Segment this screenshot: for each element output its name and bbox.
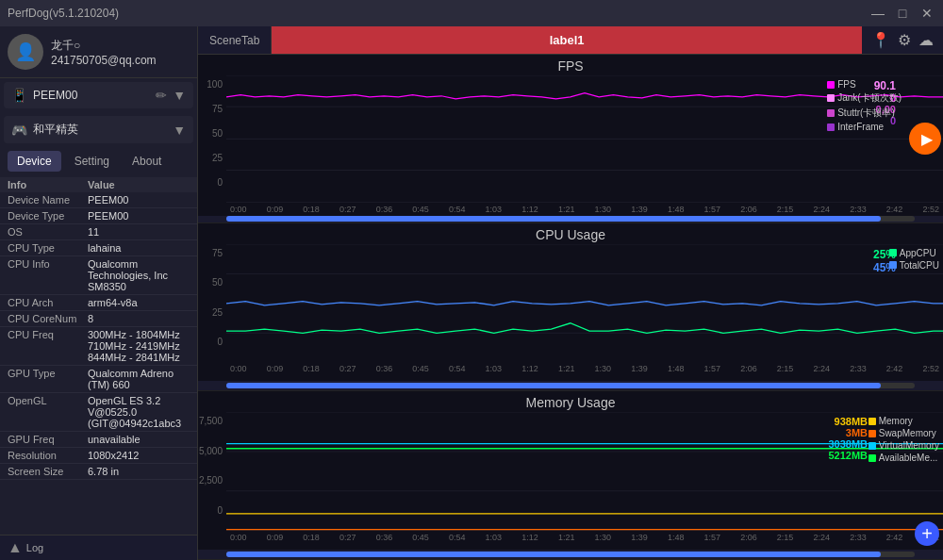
- add-chart-button[interactable]: +: [915, 521, 939, 546]
- main-layout: 👤 龙千○ 241750705@qq.com 📱 PEEM00 ✏ ▼ 🎮 和平…: [0, 26, 943, 560]
- info-row: Device NamePEEM00: [0, 192, 197, 208]
- titlebar-controls: — □ ✕: [869, 5, 935, 22]
- fps-canvas: ▶ 90.1 0 0,00 0 FP: [226, 75, 943, 203]
- profile-name: 龙千○: [51, 38, 157, 54]
- cpu-legend-total-dot: [889, 261, 897, 269]
- mem-val2: 3MB: [846, 427, 868, 438]
- mem-legend-memory: Memory: [869, 416, 939, 426]
- profile-section: 👤 龙千○ 241750705@qq.com: [0, 26, 197, 78]
- memory-canvas: 938MB 3MB 3038MB 5212MB Memory: [226, 412, 943, 531]
- play-icon: ▶: [921, 130, 933, 148]
- maximize-button[interactable]: □: [894, 5, 911, 22]
- play-button[interactable]: ▶: [909, 123, 941, 155]
- mem-val4: 5212MB: [828, 450, 868, 461]
- fps-x-labels: 0:000:090:180:270:360:450:541:031:121:21…: [226, 203, 943, 216]
- profile-info: 龙千○ 241750705@qq.com: [51, 38, 157, 67]
- avatar: 👤: [8, 34, 43, 70]
- info-row: Device TypePEEM00: [0, 208, 197, 224]
- memory-scrollbar-thumb[interactable]: [226, 552, 881, 557]
- game-label: 和平精英: [33, 122, 167, 138]
- fps-legend-jank-dot: [827, 94, 835, 102]
- game-selector[interactable]: 🎮 和平精英 ▼: [4, 116, 193, 143]
- memory-chart-title: Memory Usage: [198, 391, 943, 412]
- cpu-scrollbar-track: [226, 383, 915, 388]
- mem-legend-available: AvailableMe...: [869, 453, 939, 463]
- info-rows: Device NamePEEM00Device TypePEEM00OS11CP…: [0, 192, 197, 480]
- fps-chart-section: FPS 100 75 50 25 0: [198, 55, 943, 223]
- info-row: Screen Size6.78 in: [0, 464, 197, 480]
- memory-scrollbar[interactable]: [198, 550, 943, 559]
- cpu-svg: [226, 244, 943, 363]
- location-icon[interactable]: 📍: [871, 31, 890, 49]
- info-row: GPU Frequnavailable: [0, 432, 197, 448]
- info-row: Resolution1080x2412: [0, 448, 197, 464]
- memory-current-values: 938MB 3MB 3038MB 5212MB: [828, 416, 868, 461]
- sidebar-tabs: Device Setting About: [0, 147, 197, 175]
- device-edit-icon[interactable]: ✏: [156, 88, 167, 103]
- cpu-canvas: 25% 45% AppCPU TotalCPU: [226, 244, 943, 363]
- mem-legend-swap: SwapMemory: [869, 428, 939, 438]
- tab-about[interactable]: About: [123, 151, 171, 172]
- cpu-x-labels: 0:000:090:180:270:360:450:541:031:121:21…: [226, 362, 943, 375]
- info-row: OpenGLOpenGL ES 3.2 V@0525.0 (GIT@04942c…: [0, 393, 197, 432]
- fps-scrollbar[interactable]: [198, 216, 943, 222]
- game-icon: 🎮: [11, 123, 27, 138]
- info-row: CPU Archarm64-v8a: [0, 295, 197, 311]
- titlebar: PerfDog(v5.1.210204) — □ ✕: [0, 0, 943, 26]
- scene-tab-icons: 📍 ⚙ ☁: [862, 26, 943, 54]
- settings-icon[interactable]: ⚙: [898, 31, 911, 49]
- fps-x-axis: 0:000:090:180:270:360:450:541:031:121:21…: [198, 203, 943, 216]
- mem-val3: 3038MB: [828, 438, 868, 450]
- cpu-chart-section: CPU Usage 75 50 25 0: [198, 223, 943, 392]
- cpu-legend-app: AppCPU: [889, 248, 939, 258]
- fps-legend-stutt-dot: [827, 109, 835, 117]
- fps-legend-stutt: Stuttr(卡顿率): [827, 107, 902, 120]
- game-dropdown-icon[interactable]: ▼: [173, 123, 186, 138]
- tab-setting[interactable]: Setting: [65, 151, 119, 172]
- info-row: CPU CoreNum8: [0, 311, 197, 327]
- memory-scrollbar-track: [226, 552, 915, 557]
- info-header: Info Value: [0, 177, 197, 192]
- memory-chart-section: Memory Usage 7,500 5,000 2,500 0: [198, 391, 943, 560]
- info-row: CPU Typelahaina: [0, 240, 197, 256]
- cpu-scrollbar-thumb[interactable]: [226, 383, 881, 388]
- info-col-header: Info: [8, 179, 88, 190]
- mem-legend-available-dot: [869, 454, 876, 462]
- info-row: CPU InfoQualcomm Technologies, Inc SM835…: [0, 256, 197, 295]
- fps-legend-interframe: InterFrame: [827, 122, 902, 132]
- fps-legend-fps: FPS: [827, 79, 902, 90]
- fps-legend-interframe-dot: [827, 124, 835, 131]
- close-button[interactable]: ✕: [918, 5, 935, 22]
- device-dropdown-icon[interactable]: ▼: [173, 88, 186, 103]
- memory-y-labels: 7,500 5,000 2,500 0: [198, 412, 226, 531]
- memory-x-labels: 0:000:090:180:270:360:450:541:031:121:21…: [226, 531, 943, 544]
- scene-tab-active[interactable]: label1: [272, 26, 862, 54]
- tab-device[interactable]: Device: [8, 151, 61, 172]
- info-row: CPU Freq300MHz - 1804MHz 710MHz - 2419MH…: [0, 327, 197, 366]
- cpu-chart-area: 75 50 25 0: [198, 244, 943, 363]
- cpu-scrollbar[interactable]: [198, 381, 943, 390]
- device-icon: 📱: [11, 88, 27, 103]
- mem-legend-virtual: VirtualMemory: [869, 440, 939, 451]
- fps-scrollbar-thumb[interactable]: [226, 216, 881, 222]
- cpu-y-labels: 75 50 25 0: [198, 244, 226, 363]
- log-label: Log: [26, 542, 43, 553]
- content-area: SceneTab label1 📍 ⚙ ☁ FPS 100 75 50 25: [198, 26, 943, 560]
- minimize-button[interactable]: —: [869, 5, 886, 22]
- device-selector[interactable]: 📱 PEEM00 ✏ ▼: [4, 82, 193, 108]
- sidebar-bottom: ▲ Log: [0, 535, 197, 560]
- mem-legend-virtual-dot: [869, 442, 876, 450]
- value-col-header: Value: [88, 179, 115, 190]
- app-title: PerfDog(v5.1.210204): [8, 7, 119, 20]
- mem-legend-memory-dot: [869, 418, 876, 425]
- expand-icon[interactable]: ▲: [8, 539, 23, 556]
- cpu-chart-title: CPU Usage: [198, 223, 943, 244]
- cpu-legend: AppCPU TotalCPU: [889, 248, 939, 271]
- fps-legend: FPS Jank(卡顿次数) Stuttr(卡顿率): [827, 79, 902, 132]
- cloud-icon[interactable]: ☁: [918, 31, 934, 49]
- memory-x-axis: 0:000:090:180:270:360:450:541:031:121:21…: [198, 531, 943, 550]
- scene-tabbar: SceneTab label1 📍 ⚙ ☁: [198, 26, 943, 55]
- memory-chart-area: 7,500 5,000 2,500 0: [198, 412, 943, 531]
- scene-tab-label: SceneTab: [198, 26, 272, 54]
- info-row: OS11: [0, 224, 197, 240]
